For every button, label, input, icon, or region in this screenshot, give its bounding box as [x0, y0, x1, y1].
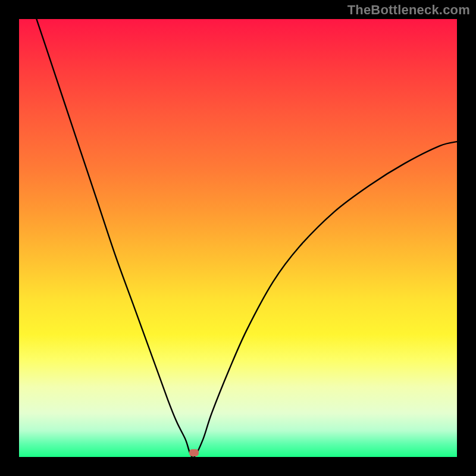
plot-area — [19, 19, 457, 457]
curve-path — [36, 19, 457, 457]
bottleneck-curve — [19, 19, 457, 457]
minimum-marker — [189, 449, 199, 456]
watermark-text: TheBottleneck.com — [347, 2, 470, 18]
chart-frame: TheBottleneck.com — [0, 0, 476, 476]
